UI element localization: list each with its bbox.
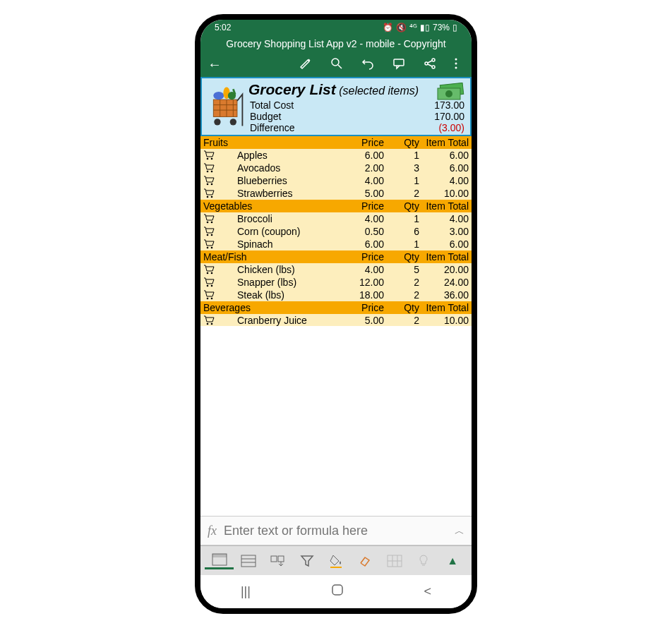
item-qty: 6 xyxy=(384,226,419,237)
svg-point-17 xyxy=(214,119,220,125)
item-row[interactable]: Cranberry Juice5.00210.00 xyxy=(200,314,472,326)
item-name: Strawberries xyxy=(237,188,349,199)
category-header[interactable]: Meat/FishPriceQtyItem Total xyxy=(200,250,472,263)
alarm-icon: ⏰ xyxy=(383,23,393,32)
item-row[interactable]: Spinach6.0016.00 xyxy=(200,238,472,250)
svg-point-42 xyxy=(211,285,213,287)
svg-line-7 xyxy=(428,64,432,66)
ideas-icon[interactable] xyxy=(409,552,438,569)
data-rows-area[interactable]: FruitsPriceQtyItem TotalApples6.0016.00A… xyxy=(200,136,472,326)
empty-cells-area[interactable] xyxy=(200,326,472,516)
svg-point-32 xyxy=(211,196,213,198)
battery-text: 73% xyxy=(433,23,450,32)
svg-point-41 xyxy=(207,285,209,287)
item-row[interactable]: Avocados2.0036.00 xyxy=(200,162,472,174)
item-name: Snapper (lbs) xyxy=(237,277,349,288)
category-header[interactable]: BeveragesPriceQtyItem Total xyxy=(200,301,472,314)
col-total-label: Item Total xyxy=(419,137,469,148)
item-row[interactable]: Blueberries4.0014.00 xyxy=(200,174,472,187)
menu-expand-icon[interactable]: ▲ xyxy=(438,553,467,569)
item-row[interactable]: Corn (coupon)0.5063.00 xyxy=(200,225,472,238)
col-qty-label: Qty xyxy=(384,137,419,148)
total-cost-label: Total Cost xyxy=(250,99,294,111)
card-view-icon[interactable] xyxy=(205,552,234,569)
svg-point-34 xyxy=(211,222,213,224)
item-qty: 1 xyxy=(384,238,419,250)
formula-input[interactable] xyxy=(224,524,455,538)
item-price: 4.00 xyxy=(349,175,384,186)
difference-row: Difference (3.00) xyxy=(248,122,466,133)
svg-point-28 xyxy=(211,171,213,173)
android-back-button[interactable]: < xyxy=(424,584,432,599)
fill-color-icon[interactable] xyxy=(321,552,350,569)
item-name: Corn (coupon) xyxy=(237,226,349,237)
top-toolbar: ← xyxy=(200,52,472,77)
spreadsheet-area[interactable]: Grocery List (selected items) Total Cost… xyxy=(200,77,472,516)
recent-apps-button[interactable]: ||| xyxy=(241,584,251,599)
item-qty: 3 xyxy=(384,162,419,174)
svg-point-38 xyxy=(211,247,213,249)
item-qty: 2 xyxy=(384,315,419,326)
col-total-label: Item Total xyxy=(419,251,469,262)
back-button[interactable]: ← xyxy=(208,56,222,73)
android-nav-bar: ||| < xyxy=(200,575,472,608)
col-total-label: Item Total xyxy=(419,200,469,212)
item-row[interactable]: Snapper (lbs)12.00224.00 xyxy=(200,276,472,289)
item-row[interactable]: Apples6.0016.00 xyxy=(200,149,472,162)
expand-formula-icon[interactable]: ︿ xyxy=(455,526,464,536)
shopping-cart-icon xyxy=(206,81,248,131)
item-total: 6.00 xyxy=(419,150,469,161)
svg-rect-62 xyxy=(212,554,227,557)
item-qty: 2 xyxy=(384,289,419,301)
item-total: 10.00 xyxy=(419,188,469,199)
col-price-label: Price xyxy=(349,251,384,262)
item-total: 4.00 xyxy=(419,175,469,186)
mute-icon: 🔇 xyxy=(396,23,407,32)
svg-point-26 xyxy=(211,158,213,160)
category-header[interactable]: VegetablesPriceQtyItem Total xyxy=(200,200,472,212)
clock-text: 5:02 xyxy=(215,23,231,32)
svg-rect-74 xyxy=(332,585,342,595)
cart-item-icon xyxy=(203,176,237,186)
bottom-toolbar: ▲ xyxy=(200,545,472,575)
clear-icon[interactable] xyxy=(351,553,380,569)
item-name: Apples xyxy=(237,150,349,161)
formula-bar[interactable]: fx ︿ xyxy=(200,516,472,545)
filter-icon[interactable] xyxy=(292,553,321,569)
sort-icon[interactable] xyxy=(263,553,292,569)
item-total: 36.00 xyxy=(419,289,469,301)
category-name: Fruits xyxy=(203,137,349,148)
undo-icon[interactable] xyxy=(361,57,374,73)
item-name: Spinach xyxy=(237,238,349,250)
svg-rect-68 xyxy=(330,567,342,568)
difference-label: Difference xyxy=(250,122,295,133)
more-icon[interactable] xyxy=(455,57,457,73)
item-row[interactable]: Steak (lbs)18.00236.00 xyxy=(200,289,472,301)
item-qty: 1 xyxy=(384,213,419,224)
item-price: 5.00 xyxy=(349,315,384,326)
item-qty: 2 xyxy=(384,277,419,288)
item-row[interactable]: Chicken (lbs)4.00520.00 xyxy=(200,263,472,276)
col-price-label: Price xyxy=(349,137,384,148)
item-total: 24.00 xyxy=(419,277,469,288)
comment-icon[interactable] xyxy=(392,57,405,73)
share-icon[interactable] xyxy=(424,57,436,73)
item-row[interactable]: Strawberries5.00210.00 xyxy=(200,187,472,200)
battery-icon: ▯ xyxy=(452,23,457,32)
svg-point-25 xyxy=(207,158,209,160)
home-button[interactable] xyxy=(331,584,344,600)
search-icon[interactable] xyxy=(330,57,343,73)
category-header[interactable]: FruitsPriceQtyItem Total xyxy=(200,136,472,149)
list-view-icon[interactable] xyxy=(234,553,263,569)
item-total: 10.00 xyxy=(419,315,469,326)
svg-point-9 xyxy=(455,62,457,64)
draw-icon[interactable] xyxy=(299,57,312,73)
svg-point-33 xyxy=(207,222,209,224)
table-icon[interactable] xyxy=(380,553,409,569)
col-qty-label: Qty xyxy=(384,302,419,313)
svg-point-3 xyxy=(425,62,428,65)
svg-point-43 xyxy=(207,298,209,300)
item-row[interactable]: Broccoli4.0014.00 xyxy=(200,212,472,225)
item-price: 2.00 xyxy=(349,162,384,174)
svg-point-36 xyxy=(211,234,213,236)
